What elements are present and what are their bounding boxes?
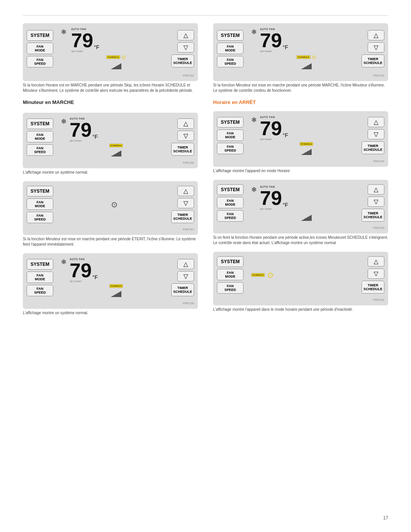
fan-speed-triangle <box>111 63 121 69</box>
temperature-display-r1: 79 <box>260 30 282 50</box>
snowflake-icon: ❄ <box>61 28 67 36</box>
top-right-caption: Si la fonction Minuteur est mise en marc… <box>213 83 388 93</box>
arrow-down-button-5[interactable]: ▽ <box>177 271 194 281</box>
system-button-r5[interactable]: SYSTEM <box>217 256 244 267</box>
left-buttons-r5: SYSTEM FANMODE FANSPEED <box>217 256 244 294</box>
system-button-4[interactable]: SYSTEM <box>27 186 53 197</box>
degree-symbol-5: °F <box>92 274 98 280</box>
left-buttons-r4: SYSTEM FANMODE FANSPEED <box>217 184 244 222</box>
caption-normal-1: L'affichage montre un système normal. <box>23 170 198 175</box>
system-button-5[interactable]: SYSTEM <box>27 259 53 270</box>
system-button-r4[interactable]: SYSTEM <box>217 184 244 195</box>
fan-speed-button[interactable]: FANSPEED <box>27 56 53 67</box>
arrow-down-button-4[interactable]: ▽ <box>177 198 194 208</box>
fan-mode-button-r3[interactable]: FANMODE <box>217 129 244 141</box>
schedule-badge-yellow-3: SCHEDULE <box>109 144 123 147</box>
left-buttons: SYSTEM FANMODE FANSPEED <box>27 30 53 67</box>
fan-speed-triangle-r1 <box>301 63 312 69</box>
temperature-display-3: 79 <box>70 120 92 140</box>
fan-speed-triangle-3 <box>111 150 121 157</box>
panel-top-right: SYSTEM FANMODE FANSPEED ❄ AUTO FAN 79 °F <box>213 23 388 93</box>
arrow-up-button-r4[interactable]: △ <box>368 184 384 195</box>
left-buttons-r3: SYSTEM FANMODE FANSPEED <box>217 117 244 154</box>
fan-speed-button-r1[interactable]: FANSPEED <box>217 56 244 67</box>
fan-mode-button-r5[interactable]: FANMODE <box>217 269 244 280</box>
system-button-r1[interactable]: SYSTEM <box>217 30 244 41</box>
fan-speed-triangle-r3 <box>301 149 312 155</box>
timer-schedule-button[interactable]: TIMERSCHEDULE <box>171 54 194 67</box>
timer-schedule-button-3[interactable]: TIMERSCHEDULE <box>171 143 194 156</box>
schedule-badge-r3: SCHEDULE <box>299 142 313 146</box>
degree-symbol-3: °F <box>92 134 98 140</box>
arrow-down-button-r4[interactable]: ▽ <box>368 197 384 207</box>
timer-schedule-button-r3[interactable]: TIMERSCHEDULE <box>362 141 384 154</box>
panel-inactive: SYSTEM FANMODE FANSPEED SCHEDULE ⊙ △ ▽ T… <box>213 252 388 312</box>
fan-mode-button[interactable]: FANMODE <box>27 43 53 54</box>
panel-top-left: SYSTEM FANMODE FANSPEED ❄ AUTO FAN 79 <box>23 23 198 93</box>
arrow-up-button-r1[interactable]: △ <box>368 30 384 40</box>
schedule-badge-r5: SCHEDULE <box>251 273 265 277</box>
fan-speed-button-3[interactable]: FANSPEED <box>27 144 53 156</box>
temperature-display-5: 79 <box>70 260 92 280</box>
system-button[interactable]: SYSTEM <box>27 30 53 41</box>
arrow-down-button-r5[interactable]: ▽ <box>368 268 384 279</box>
arrow-up-button-r3[interactable]: △ <box>368 117 384 127</box>
schedule-badge-r1: SCHEDULE <box>296 55 310 59</box>
fan-speed-button-r4[interactable]: FANSPEED <box>217 210 244 222</box>
snowflake-icon-r4: ❄ <box>251 185 257 194</box>
arrow-up-button-r5[interactable]: △ <box>368 256 384 267</box>
timer-schedule-button-4[interactable]: TIMERSCHEDULE <box>171 210 194 223</box>
fig-label-3: FRR156 <box>27 161 194 165</box>
timer-schedule-button-5[interactable]: TIMERSCHEDULE <box>171 283 194 296</box>
fan-mode-button-r4[interactable]: FANMODE <box>217 197 244 208</box>
fan-speed-triangle-r4 <box>301 215 312 221</box>
arrow-up-button-3[interactable]: △ <box>177 118 194 129</box>
fan-speed-button-r5[interactable]: FANSPEED <box>217 282 244 294</box>
fan-speed-button-4[interactable]: FANSPEED <box>27 212 53 223</box>
panel-off: SYSTEM FANMODE FANSPEED ⊙ △ ▽ TIMERSCHED… <box>23 181 198 247</box>
snowflake-icon-5: ❄ <box>61 258 67 266</box>
center-display-3: ❄ AUTO FAN 79 °F SET POINT S <box>55 117 173 157</box>
arrow-up-button-4[interactable]: △ <box>177 186 194 196</box>
schedule-badge-5: SCHEDULE <box>109 284 123 288</box>
snowflake-icon-r1: ❄ <box>251 28 257 36</box>
arrow-down-button[interactable]: ▽ <box>177 42 194 53</box>
fan-speed-triangle-5 <box>111 291 121 297</box>
right-buttons-3: △ ▽ TIMERSCHEDULE <box>175 118 194 156</box>
timer-schedule-button-r1[interactable]: TIMERSCHEDULE <box>362 54 384 67</box>
minuteur-marche-title: Minuteur en MARCHE <box>23 99 198 105</box>
fan-mode-button-5[interactable]: FANMODE <box>27 272 53 283</box>
left-buttons-r1: SYSTEM FANMODE FANSPEED <box>217 30 244 67</box>
panel-horaire-arret: SYSTEM FANMODE FANSPEED ❄ AUTO FAN 79 °F <box>213 111 388 174</box>
fan-mode-button-r1[interactable]: FANMODE <box>217 43 244 54</box>
fan-mode-button-4[interactable]: FANMODE <box>27 198 53 210</box>
arrow-down-button-r3[interactable]: ▽ <box>368 129 384 139</box>
left-column: SYSTEM FANMODE FANSPEED ❄ AUTO FAN 79 <box>23 23 198 316</box>
timer-schedule-button-r4[interactable]: TIMERSCHEDULE <box>362 209 384 222</box>
fan-speed-button-5[interactable]: FANSPEED <box>27 285 53 296</box>
system-button-r3[interactable]: SYSTEM <box>217 117 244 128</box>
caption-horaire: L'affichage montre l'appareil en mode Ho… <box>213 168 388 174</box>
left-buttons-5: SYSTEM FANMODE FANSPEED <box>27 259 53 296</box>
arrow-up-button-5[interactable]: △ <box>177 259 194 269</box>
degree-symbol: °F <box>94 44 99 50</box>
timer-schedule-button-r5[interactable]: TIMERSCHEDULE <box>362 281 384 294</box>
caption-normal-2: L'affichage montre un système normal. <box>23 310 198 316</box>
right-buttons-r5: △ ▽ TIMERSCHEDULE <box>365 256 384 294</box>
arrow-down-button-r1[interactable]: ▽ <box>368 42 384 53</box>
clock-icon-r1: ⊙ <box>312 54 316 60</box>
clock-icon-r5: ⊙ <box>267 270 274 280</box>
arrow-up-button[interactable]: △ <box>177 30 194 40</box>
horaire-arret-title: Horaire en ARRÊT <box>213 99 388 105</box>
right-column: SYSTEM FANMODE FANSPEED ❄ AUTO FAN 79 °F <box>213 23 388 316</box>
degree-symbol-r4: °F <box>283 202 288 208</box>
temperature-display-r3: 79 <box>260 118 282 138</box>
clock-icon-4: ⊙ <box>111 200 118 209</box>
panel-minuteur-marche: SYSTEM FANMODE FANSPEED ❄ AUTO FAN 79 °F <box>23 113 198 175</box>
fan-mode-button-3[interactable]: FANMODE <box>27 131 53 142</box>
fan-speed-button-r3[interactable]: FANSPEED <box>217 143 244 154</box>
arrow-down-button-3[interactable]: ▽ <box>177 131 194 141</box>
system-button-3[interactable]: SYSTEM <box>27 118 53 129</box>
fig-label-r3: FRR159 <box>217 160 384 163</box>
center-display-r5: SCHEDULE ⊙ <box>245 264 363 286</box>
